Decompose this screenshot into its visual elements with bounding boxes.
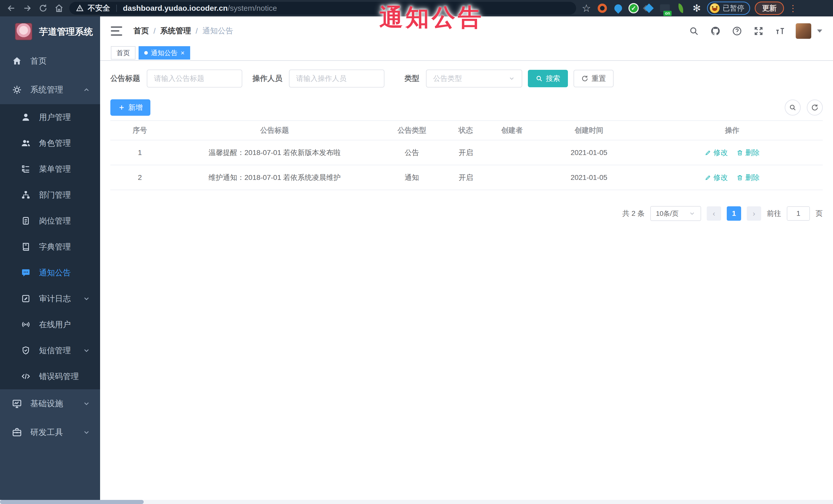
- address-divider: [116, 5, 117, 12]
- active-tab-dot: [144, 51, 148, 55]
- sidebar-item-label: 角色管理: [39, 138, 71, 149]
- home-nav-icon[interactable]: [53, 3, 65, 14]
- profile-emoji-icon: [710, 3, 719, 13]
- search-button[interactable]: 搜索: [528, 70, 568, 87]
- page-size-select[interactable]: 10条/页: [650, 206, 701, 221]
- sidebar-item-label: 菜单管理: [39, 164, 71, 174]
- sidebar-item-system[interactable]: 系统管理: [0, 75, 100, 104]
- sidebar-item-dict[interactable]: 字典管理: [0, 234, 100, 260]
- extensions-puzzle-icon[interactable]: ✻: [691, 3, 703, 14]
- extension-green-icon[interactable]: ✓: [628, 3, 639, 13]
- sidebar-item-sms[interactable]: 短信管理: [0, 337, 100, 363]
- edit-link[interactable]: 修改: [705, 148, 728, 158]
- col-status: 状态: [444, 125, 487, 135]
- security-label: 不安全: [88, 3, 110, 13]
- refresh-button[interactable]: [807, 100, 823, 116]
- address-bar[interactable]: 不安全 dashboard.yudao.iocoder.cn/system/no…: [69, 2, 576, 15]
- fullscreen-icon[interactable]: [753, 25, 765, 37]
- not-secure-warning-icon: [76, 4, 84, 12]
- sidebar-item-label: 审计日志: [39, 293, 71, 304]
- search-form: 公告标题 操作人员 类型 公告类型 搜索: [110, 70, 823, 88]
- font-size-icon[interactable]: [774, 25, 786, 37]
- extension-on-badge: on: [663, 11, 672, 16]
- breadcrumb-home[interactable]: 首页: [134, 26, 149, 36]
- system-submenu: 用户管理 角色管理 菜单管理 部门管理: [0, 104, 100, 389]
- sidebar-item-online-users[interactable]: 在线用户: [0, 312, 100, 337]
- cell-created: 2021-01-05: [536, 173, 642, 182]
- bookmark-star-icon[interactable]: ☆: [581, 3, 592, 14]
- delete-link[interactable]: 删除: [737, 173, 760, 183]
- sidebar-item-label: 系统管理: [30, 84, 63, 95]
- reload-icon[interactable]: [38, 3, 49, 14]
- tab-home[interactable]: 首页: [111, 46, 136, 59]
- col-actions: 操作: [642, 125, 823, 135]
- search-icon[interactable]: [688, 25, 700, 37]
- col-created: 创建时间: [536, 125, 642, 135]
- browser-update-button[interactable]: 更新: [755, 2, 784, 15]
- sidebar-item-label: 首页: [30, 55, 47, 67]
- goto-page-input[interactable]: [787, 206, 810, 221]
- sidebar-item-label: 基础设施: [30, 398, 63, 409]
- chevron-down-icon: [508, 75, 515, 82]
- sidebar-item-audit-log[interactable]: 审计日志: [0, 286, 100, 312]
- sidebar-item-notice[interactable]: 通知公告: [0, 260, 100, 286]
- app-logo-row[interactable]: 芋道管理系统: [0, 17, 100, 47]
- edit-link[interactable]: 修改: [705, 173, 728, 183]
- delete-link[interactable]: 删除: [737, 148, 760, 158]
- type-filter-select[interactable]: 公告类型: [426, 70, 522, 88]
- scrollbar-thumb[interactable]: [0, 500, 144, 504]
- profile-paused-pill[interactable]: 已暂停: [707, 2, 750, 15]
- tab-notice[interactable]: 通知公告 ×: [139, 46, 190, 59]
- github-icon[interactable]: [709, 25, 722, 37]
- horizontal-scrollbar[interactable]: [0, 500, 833, 504]
- sidebar-item-dev-tools[interactable]: 研发工具: [0, 418, 100, 447]
- extension-dark-icon[interactable]: on: [659, 3, 670, 14]
- sidebar-item-users[interactable]: 用户管理: [0, 104, 100, 130]
- prev-page-button[interactable]: ‹: [707, 206, 721, 221]
- user-icon: [20, 112, 31, 123]
- tab-close-icon[interactable]: ×: [181, 50, 185, 56]
- sidebar-item-label: 在线用户: [39, 319, 71, 330]
- breadcrumb-current: 通知公告: [203, 26, 233, 36]
- main-area: 首页 / 系统管理 / 通知公告: [100, 17, 833, 504]
- sidebar-item-infrastructure[interactable]: 基础设施: [0, 389, 100, 418]
- sidebar-item-roles[interactable]: 角色管理: [0, 130, 100, 156]
- browser-menu-icon[interactable]: ⋮: [789, 6, 794, 10]
- reset-button[interactable]: 重置: [574, 70, 614, 87]
- breadcrumb-section[interactable]: 系统管理: [160, 26, 191, 36]
- sidebar-toggle-icon[interactable]: [111, 26, 122, 36]
- sidebar: 芋道管理系统 首页 系统管理 用户管理: [0, 17, 100, 504]
- extension-diamond-icon[interactable]: [643, 3, 654, 14]
- sidebar-item-error-codes[interactable]: 错误码管理: [0, 363, 100, 389]
- extension-pin-icon[interactable]: [613, 3, 624, 14]
- operator-filter-label: 操作人员: [253, 73, 282, 83]
- extension-orange-icon[interactable]: [597, 3, 608, 14]
- sidebar-item-home[interactable]: 首页: [0, 47, 100, 75]
- home-icon: [11, 55, 23, 67]
- user-avatar[interactable]: [795, 23, 811, 39]
- cell-index: 2: [110, 173, 169, 182]
- current-page-button[interactable]: 1: [727, 206, 741, 221]
- user-menu-caret-icon[interactable]: [817, 29, 822, 32]
- table-header-row: 序号 公告标题 公告类型 状态 创建者 创建时间 操作: [110, 120, 823, 140]
- add-button[interactable]: 新增: [110, 99, 150, 116]
- toggle-search-button[interactable]: [785, 100, 801, 116]
- next-page-button[interactable]: ›: [747, 206, 761, 221]
- extension-leaf-icon[interactable]: [675, 3, 687, 14]
- title-filter-input[interactable]: [147, 70, 242, 88]
- chevron-up-icon: [82, 86, 90, 94]
- tags-view-bar: 首页 通知公告 ×: [100, 45, 833, 61]
- sidebar-item-label: 研发工具: [30, 427, 63, 438]
- sidebar-item-departments[interactable]: 部门管理: [0, 182, 100, 208]
- col-creator: 创建者: [487, 125, 536, 135]
- sidebar-item-menus[interactable]: 菜单管理: [0, 156, 100, 182]
- help-icon[interactable]: [731, 25, 743, 37]
- paused-label: 已暂停: [723, 3, 744, 13]
- pagination: 共 2 条 10条/页 ‹ 1 › 前往 页: [110, 206, 823, 221]
- forward-icon[interactable]: [22, 3, 33, 14]
- toolbox-icon: [11, 427, 23, 438]
- operator-filter-input[interactable]: [289, 70, 384, 88]
- back-icon[interactable]: [6, 3, 17, 14]
- sidebar-item-label: 用户管理: [39, 112, 71, 123]
- sidebar-item-posts[interactable]: 岗位管理: [0, 208, 100, 234]
